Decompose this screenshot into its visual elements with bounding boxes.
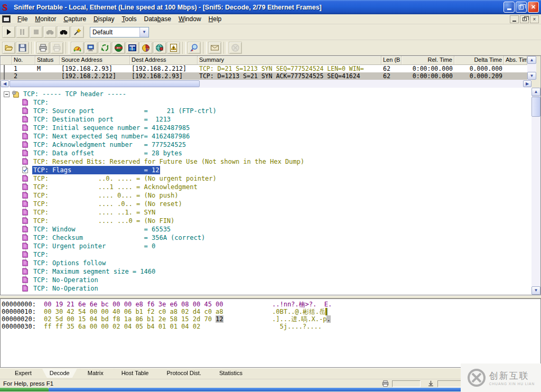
sniffer-logo-icon: S [2, 3, 12, 12]
watermark-logo-icon [467, 368, 486, 387]
packet-list-horizontal-scrollbar[interactable]: ◀ ▶ [1, 80, 531, 88]
menu-database[interactable]: Database [140, 14, 174, 24]
find-button[interactable] [57, 26, 70, 38]
hex-line[interactable]: 00000010:00 30 42 54 00 00 40 06 b1 f2 c… [2, 308, 539, 315]
start-button-edge[interactable] [0, 388, 49, 391]
decode-line[interactable]: TCP: No-Operation [1, 284, 531, 293]
decode-line[interactable]: TCP: Options follow [1, 259, 531, 267]
decode-vertical-scrollbar[interactable]: ▲ ▼ [531, 88, 540, 295]
protocol-dist-button[interactable] [139, 42, 153, 54]
document-icon[interactable] [2, 15, 11, 23]
decode-line[interactable]: TCP: ...1 .... = Acknowledgment [1, 183, 531, 191]
minimize-button[interactable] [503, 2, 515, 13]
decode-line[interactable]: TCP: Initial sequence number = 416248798… [1, 124, 531, 132]
column-header[interactable]: Summary [198, 56, 381, 65]
column-header[interactable]: Abs. Time [504, 56, 527, 65]
decode-line[interactable]: TCP: Checksum = 356A (correct) [1, 234, 531, 242]
mdi-minimize-button[interactable] [510, 15, 519, 23]
tree-collapse-icon[interactable] [4, 91, 10, 97]
mdi-restore-button[interactable] [520, 15, 529, 23]
define-filter-button[interactable] [71, 26, 84, 38]
tab-statistics[interactable]: Statistics [212, 369, 250, 378]
decode-line[interactable]: TCP: [1, 98, 531, 107]
field-note-icon [22, 268, 30, 275]
hscroll-thumb[interactable] [10, 80, 200, 87]
tab-host-table[interactable]: Host Table [114, 369, 156, 378]
history-button[interactable] [126, 42, 139, 54]
host-table-button[interactable] [85, 42, 98, 54]
decode-line[interactable]: TCP: Flags = 12 [1, 166, 531, 174]
menu-window[interactable]: Window [175, 14, 205, 24]
column-header[interactable]: No. [12, 56, 35, 65]
menu-display[interactable]: Display [90, 14, 118, 24]
column-header[interactable]: Dest Address [130, 56, 198, 65]
close-button[interactable]: ✕ [528, 2, 539, 13]
filter-combobox[interactable]: Default ▼ [90, 27, 149, 38]
decode-line[interactable]: TCP: Source port = 21 (FTP-ctrl) [1, 107, 531, 115]
tab-decode[interactable]: Decode [42, 369, 77, 378]
menu-capture[interactable]: Capture [60, 14, 90, 24]
cell-length: 62 [381, 65, 402, 72]
menu-file[interactable]: File [14, 14, 31, 24]
decode-line[interactable]: TCP: Data offset = 28 bytes [1, 149, 531, 157]
scroll-left-icon[interactable]: ◀ [1, 80, 9, 87]
decode-line[interactable]: TCP: Window = 65535 [1, 225, 531, 234]
dashboard-button[interactable] [71, 42, 84, 54]
column-header[interactable]: Delta Time [454, 56, 504, 65]
mail-button[interactable] [208, 42, 221, 54]
vscroll-thumb[interactable] [531, 97, 540, 117]
decode-line[interactable]: TCP: ..0. .... = (No urgent pointer) [1, 174, 531, 183]
hex-line[interactable]: 00000020:02 5d 00 15 04 bd f8 1a 86 b1 2… [2, 315, 539, 323]
decode-line[interactable]: TCP: [1, 250, 531, 259]
tab-matrix[interactable]: Matrix [80, 369, 111, 378]
packet-row[interactable]: 1M[192.168.2.93][192.168.2.212]TCP: D=21… [1, 65, 527, 72]
decode-line[interactable]: TCP: No-Operation [1, 276, 531, 284]
packet-list-vertical-scrollbar[interactable]: ▲ ▼ [527, 56, 536, 80]
global-stats-button[interactable] [153, 42, 166, 54]
column-header[interactable]: Status [35, 56, 60, 65]
row-checkbox[interactable] [4, 72, 5, 80]
scroll-down-icon[interactable]: ▼ [531, 286, 540, 295]
column-header[interactable]: Len (B [381, 56, 402, 65]
decode-line[interactable]: TCP: .... ..1. = SYN [1, 208, 531, 217]
decode-line[interactable]: TCP: .... .0.. = (No reset) [1, 200, 531, 208]
hex-line[interactable]: 00000000:00 19 21 6e 6e bc 00 00 e8 f6 3… [2, 301, 539, 308]
pause-icon [18, 27, 27, 36]
scroll-up-icon[interactable]: ▲ [531, 88, 540, 96]
matrix-button[interactable] [98, 42, 111, 54]
print-button[interactable] [36, 42, 50, 54]
scroll-down-icon[interactable]: ▼ [527, 72, 536, 80]
tab-protocol-dist-[interactable]: Protocol Dist. [159, 369, 208, 378]
decode-line-text: TCP: [32, 98, 50, 107]
menu-tools[interactable]: Tools [118, 14, 140, 24]
alarm-log-button[interactable] [167, 42, 180, 54]
play-button[interactable] [2, 26, 15, 38]
decode-line[interactable]: TCP: .... 0... = (No push) [1, 191, 531, 200]
column-header[interactable]: Rel. Time [402, 56, 454, 65]
capture-panel-button[interactable] [188, 42, 201, 54]
art-button[interactable]: ART [112, 42, 125, 54]
mdi-close-button[interactable]: × [530, 15, 539, 23]
decode-line[interactable]: TCP: Urgent pointer = 0 [1, 242, 531, 250]
hex-line[interactable]: 00000030:ff ff 35 6a 00 00 02 04 05 b4 0… [2, 323, 539, 330]
scroll-up-icon[interactable]: ▲ [527, 56, 536, 64]
decode-line[interactable]: TCP: Destination port = 1213 [1, 115, 531, 124]
decode-line[interactable]: TCP: ----- TCP header ----- [1, 90, 531, 98]
restore-button[interactable] [516, 2, 527, 13]
chevron-down-icon[interactable]: ▼ [139, 27, 148, 37]
decode-line[interactable]: TCP: .... ...0 = (No FIN) [1, 217, 531, 225]
decode-line[interactable]: TCP: Reserved Bits: Reserved for Future … [1, 157, 531, 166]
menu-help[interactable]: Help [205, 14, 226, 24]
decode-line[interactable]: TCP: Next expected Seq number= 416248798… [1, 132, 531, 141]
tab-expert[interactable]: Expert [7, 369, 39, 378]
column-header[interactable]: Source Address [60, 56, 130, 65]
decode-line[interactable]: TCP: Maximum segment size = 1460 [1, 267, 531, 276]
scroll-right-icon[interactable]: ▶ [523, 80, 531, 87]
row-checkbox[interactable] [4, 65, 5, 72]
decode-line[interactable]: TCP: Acknowledgment number = 777524525 [1, 141, 531, 149]
open-button[interactable] [2, 42, 15, 54]
menu-monitor[interactable]: Monitor [31, 14, 60, 24]
packet-row[interactable]: 2[192.168.2.212][192.168.2.93]TCP: D=121… [1, 72, 527, 80]
packet-list-header: No.StatusSource AddressDest AddressSumma… [1, 56, 527, 65]
save-button[interactable] [16, 42, 29, 54]
